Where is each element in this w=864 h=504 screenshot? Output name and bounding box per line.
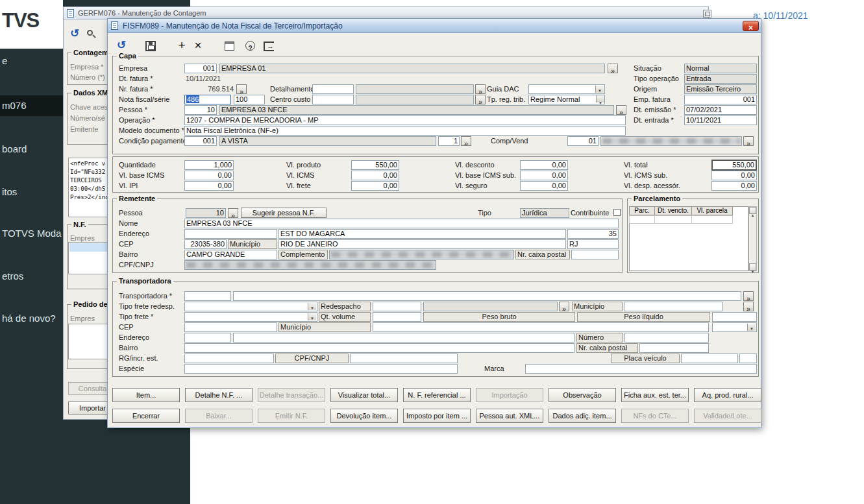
sidebar-item-parametros[interactable]: etros bbox=[2, 270, 23, 283]
rem-municipio-field[interactable]: RIO DE JANEIRO bbox=[278, 239, 566, 249]
emp-fatura-field[interactable]: 001 bbox=[684, 95, 757, 104]
tipo-frete-redesp-select[interactable] bbox=[184, 302, 317, 311]
vl-icms-field[interactable]: 0,00 bbox=[351, 171, 399, 180]
delete-icon[interactable] bbox=[192, 40, 204, 51]
add-icon[interactable] bbox=[176, 40, 188, 51]
sidebar-item-totvs-moda[interactable]: TOTVS Moda bbox=[2, 228, 61, 241]
vl-total-field[interactable]: 550,00 bbox=[711, 160, 757, 171]
vl-ipi-field[interactable]: 0,00 bbox=[184, 181, 234, 191]
rem-pessoa-code-field[interactable]: 10 bbox=[186, 208, 226, 218]
calendar-icon[interactable] bbox=[225, 42, 234, 51]
rem-pessoa-lookup-button[interactable] bbox=[228, 208, 238, 218]
aq-prod-rural-button[interactable]: Aq. prod. rural... bbox=[694, 388, 761, 402]
nf-referencial-button[interactable]: N. F. referencial ... bbox=[403, 388, 471, 402]
help-icon[interactable] bbox=[245, 41, 255, 51]
parcela-row-cell[interactable] bbox=[629, 215, 655, 224]
rem-uf-select[interactable]: RJ bbox=[567, 239, 619, 249]
sidebar-item-0[interactable]: e bbox=[2, 55, 7, 68]
transp-cpf-cnpj-field[interactable] bbox=[350, 354, 458, 363]
origem-field[interactable]: Emissão Terceiro bbox=[684, 84, 757, 94]
close-icon[interactable] bbox=[743, 21, 759, 31]
chevron-down-icon[interactable] bbox=[747, 324, 756, 331]
encerrar-button[interactable]: Encerrar bbox=[112, 409, 180, 423]
rem-bairro-field[interactable]: CAMPO GRANDE bbox=[184, 250, 277, 259]
ficha-aux-button[interactable]: Ficha aux. est. ter... bbox=[621, 388, 689, 402]
transp-cep-field[interactable] bbox=[184, 322, 277, 332]
undo-icon[interactable] bbox=[116, 40, 127, 51]
placa-veiculo-field[interactable] bbox=[681, 354, 738, 363]
parcela-row-cell[interactable] bbox=[654, 215, 692, 224]
pessoa-lookup-button[interactable] bbox=[616, 105, 626, 115]
empresa-code-field[interactable]: 001 bbox=[184, 64, 217, 73]
pessoa-code-field[interactable]: 10 bbox=[184, 105, 217, 115]
transp-municipio2-field[interactable] bbox=[373, 322, 709, 332]
serie-field[interactable]: 100 bbox=[234, 95, 265, 104]
transp-numero-field[interactable] bbox=[624, 333, 709, 342]
redespacho-name-field[interactable] bbox=[423, 302, 558, 311]
dt-fatura-field[interactable]: 10/11/2021 bbox=[186, 75, 231, 83]
undo-icon[interactable] bbox=[69, 28, 80, 40]
condicao-pagamento-code-field[interactable]: 001 bbox=[184, 136, 217, 146]
transportadora-code-field[interactable] bbox=[184, 291, 231, 301]
vl-seguro-field[interactable]: 0,00 bbox=[520, 181, 568, 191]
sugerir-pessoa-button[interactable]: Sugerir pessoa N.F. bbox=[241, 208, 327, 218]
parcelas-field[interactable]: 1 bbox=[438, 136, 460, 146]
operacao-select[interactable]: 1207 - COMPRA DE MERCADORIA - MP bbox=[184, 115, 626, 125]
comp-vend-lookup-button[interactable] bbox=[743, 136, 754, 146]
transp-endereco-field[interactable] bbox=[233, 333, 574, 342]
detalhamento-name-field[interactable] bbox=[356, 84, 474, 94]
vl-desp-acessor-field[interactable]: 0,00 bbox=[711, 181, 757, 191]
municipio-lookup-button[interactable] bbox=[743, 302, 754, 311]
parc-header[interactable]: Parc. bbox=[629, 206, 655, 215]
rem-cep-field[interactable]: 23035-380 bbox=[184, 239, 227, 249]
transportadora-lookup-button[interactable] bbox=[743, 291, 754, 301]
empresa-lookup-button[interactable] bbox=[608, 64, 618, 73]
tipo-operacao-field[interactable]: Entrada bbox=[684, 74, 757, 84]
sidebar-item-favoritos[interactable]: itos bbox=[2, 186, 17, 199]
sidebar-item-m076[interactable]: m076 bbox=[2, 100, 27, 113]
transp-uf-select[interactable] bbox=[712, 322, 757, 332]
nota-fiscal-field[interactable]: 486 bbox=[184, 95, 231, 104]
placa-uf-field[interactable] bbox=[739, 354, 757, 363]
centro-custo-lookup-button[interactable] bbox=[475, 95, 486, 104]
modelo-documento-select[interactable]: Nota Fiscal Eletrônica (NF-e) bbox=[184, 126, 626, 136]
vl-produto-field[interactable]: 550,00 bbox=[351, 160, 399, 170]
especie-field[interactable] bbox=[184, 364, 458, 374]
nr-fatura-field[interactable]: 769.514 bbox=[184, 85, 234, 93]
tipo-frete-select[interactable] bbox=[184, 312, 317, 322]
pessoa-aut-xml-button[interactable]: Pessoa aut. XML... bbox=[476, 409, 543, 423]
dados-adic-item-button[interactable]: Dados adiç. item... bbox=[549, 409, 616, 423]
dt-vencto-header[interactable]: Dt. vencto. bbox=[654, 206, 692, 215]
dt-entrada-field[interactable]: 10/11/2021 bbox=[684, 115, 757, 125]
chevron-down-icon[interactable] bbox=[308, 313, 316, 320]
chevron-down-icon[interactable] bbox=[596, 95, 604, 102]
chevron-down-icon[interactable] bbox=[595, 86, 604, 93]
transp-caixa-postal-field[interactable] bbox=[639, 343, 709, 353]
vl-parcela-header[interactable]: Vl. parcela bbox=[691, 206, 733, 215]
chevron-down-icon[interactable] bbox=[308, 303, 316, 310]
qt-volume-field[interactable] bbox=[373, 312, 421, 322]
vl-base-icms-sub-field[interactable]: 0,00 bbox=[520, 171, 568, 180]
scroll-up-icon[interactable] bbox=[749, 207, 756, 214]
transp-endereco-tipo-field[interactable] bbox=[184, 333, 231, 342]
scroll-down-icon[interactable] bbox=[749, 263, 756, 270]
rem-endereco-tipo-field[interactable] bbox=[184, 229, 277, 239]
exit-icon[interactable] bbox=[264, 42, 274, 51]
quantidade-field[interactable]: 1,000 bbox=[184, 160, 234, 170]
comp-vend-code-field[interactable]: 01 bbox=[567, 136, 599, 146]
detalhamento-lookup-button[interactable] bbox=[475, 84, 486, 94]
save-icon[interactable] bbox=[145, 41, 156, 51]
rem-endereco-field[interactable]: EST DO MAGARCA bbox=[278, 229, 566, 239]
peso-liquido-field[interactable] bbox=[712, 312, 757, 322]
vl-icms-sub-field[interactable]: 0,00 bbox=[711, 171, 757, 180]
vl-desconto-field[interactable]: 0,00 bbox=[520, 160, 568, 170]
nr-fatura-lookup-button[interactable] bbox=[236, 84, 247, 94]
redacted-field[interactable] bbox=[184, 260, 436, 270]
rg-incr-est-field[interactable] bbox=[184, 354, 274, 363]
detalhamento-code-field[interactable] bbox=[312, 84, 354, 94]
imposto-por-item-button[interactable]: Imposto por item ... bbox=[403, 409, 471, 423]
search-icon[interactable] bbox=[86, 29, 97, 40]
parcelamento-scrollbar[interactable] bbox=[748, 206, 757, 271]
detalhe-nf-button[interactable]: Detalhe N.F. ... bbox=[185, 388, 253, 402]
sidebar-item-dashboard[interactable]: board bbox=[2, 143, 27, 156]
